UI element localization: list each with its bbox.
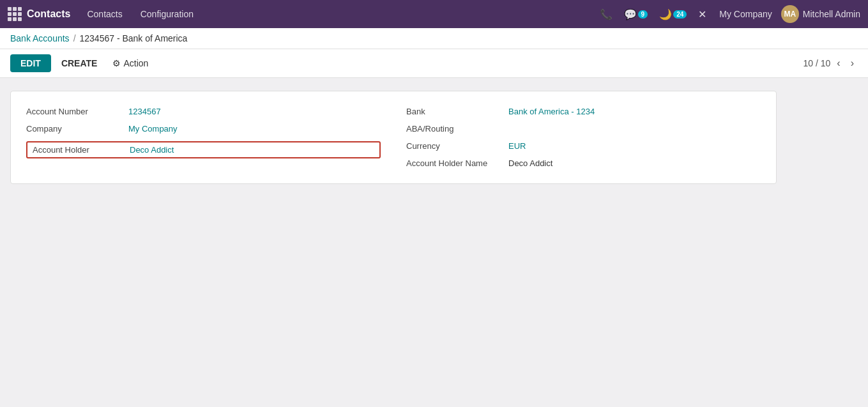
phone-button[interactable]: 📞 xyxy=(596,6,616,23)
company-value[interactable]: My Company xyxy=(128,124,178,134)
account-holder-name-row: Account Holder Name Deco Addict xyxy=(406,158,761,168)
company-label: Company xyxy=(26,124,128,134)
topnav-right: 📞 💬 9 🌙 24 ✕ My Company MA Mitchell Admi… xyxy=(596,5,860,23)
action-gear-icon: ⚙ xyxy=(112,58,121,68)
chat-icon: 💬 xyxy=(624,8,637,20)
create-button[interactable]: CREATE xyxy=(56,54,103,72)
currency-label: Currency xyxy=(406,141,508,151)
user-menu[interactable]: MA Mitchell Admin xyxy=(781,5,860,23)
breadcrumb-parent[interactable]: Bank Accounts xyxy=(10,33,70,43)
messages-badge: 9 xyxy=(638,10,648,19)
grid-icon xyxy=(8,7,22,21)
edit-button[interactable]: EDIT xyxy=(10,54,51,72)
form-left-section: Account Number 1234567 Company My Compan… xyxy=(26,107,381,168)
account-number-label: Account Number xyxy=(26,107,128,116)
toolbar-right: 10 / 10 ‹ › xyxy=(803,55,858,72)
phone-icon: 📞 xyxy=(600,8,613,20)
app-name: Contacts xyxy=(27,8,70,20)
close-icon: ✕ xyxy=(698,8,706,20)
account-holder-value[interactable]: Deco Addict xyxy=(130,145,174,155)
pager-prev-button[interactable]: ‹ xyxy=(833,55,844,72)
currency-row: Currency EUR xyxy=(406,141,761,151)
form-grid: Account Number 1234567 Company My Compan… xyxy=(26,107,761,168)
moon-icon: 🌙 xyxy=(659,8,672,20)
form-card: Account Number 1234567 Company My Compan… xyxy=(10,91,777,184)
account-holder-row: Account Holder Deco Addict xyxy=(26,141,381,158)
main-content: Account Number 1234567 Company My Compan… xyxy=(0,78,868,197)
pager-text: 10 / 10 xyxy=(803,58,831,68)
account-holder-name-label: Account Holder Name xyxy=(406,158,508,168)
bank-label: Bank xyxy=(406,107,508,116)
user-name: Mitchell Admin xyxy=(803,9,860,19)
nav-contacts[interactable]: Contacts xyxy=(80,9,128,19)
moon-badge: 24 xyxy=(673,10,687,19)
close-button[interactable]: ✕ xyxy=(694,6,710,23)
currency-value[interactable]: EUR xyxy=(508,141,526,151)
topnav: Contacts Contacts Configuration 📞 💬 9 🌙 … xyxy=(0,0,868,28)
account-holder-name-value: Deco Addict xyxy=(508,158,552,168)
company-row: Company My Company xyxy=(26,124,381,134)
breadcrumb: Bank Accounts / 1234567 - Bank of Americ… xyxy=(0,28,868,49)
avatar: MA xyxy=(781,5,799,23)
moon-button[interactable]: 🌙 24 xyxy=(655,6,690,23)
aba-routing-label: ABA/Routing xyxy=(406,124,508,134)
account-holder-label: Account Holder xyxy=(33,145,130,155)
toolbar: EDIT CREATE ⚙ Action 10 / 10 ‹ › xyxy=(0,49,868,78)
form-right-section: Bank Bank of America - 1234 ABA/Routing … xyxy=(406,107,761,168)
bank-value[interactable]: Bank of America - 1234 xyxy=(508,107,595,116)
messages-button[interactable]: 💬 9 xyxy=(620,6,652,23)
breadcrumb-separator: / xyxy=(72,33,77,43)
pager-next-button[interactable]: › xyxy=(847,55,858,72)
action-label: Action xyxy=(123,58,148,68)
app-logo[interactable]: Contacts xyxy=(8,7,70,21)
account-number-value[interactable]: 1234567 xyxy=(128,107,161,116)
bank-row: Bank Bank of America - 1234 xyxy=(406,107,761,116)
aba-routing-row: ABA/Routing xyxy=(406,124,761,134)
action-button[interactable]: ⚙ Action xyxy=(107,54,153,72)
nav-configuration[interactable]: Configuration xyxy=(134,9,200,19)
company-name: My Company xyxy=(714,9,777,19)
account-number-row: Account Number 1234567 xyxy=(26,107,381,116)
breadcrumb-current: 1234567 - Bank of America xyxy=(80,33,188,43)
